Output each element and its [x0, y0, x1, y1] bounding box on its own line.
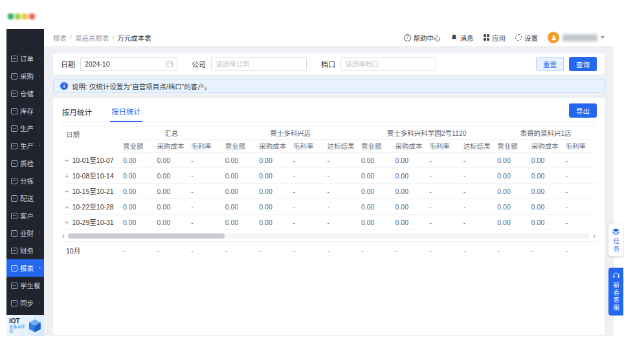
expand-icon[interactable]: +	[65, 203, 69, 211]
table-cell: 0.00	[529, 199, 563, 215]
settings-button[interactable]: 设置	[515, 33, 538, 43]
help-label: 帮助中心	[414, 33, 441, 43]
expand-icon[interactable]: +	[65, 172, 69, 180]
table-row-date[interactable]: +10-15至10-21	[61, 184, 120, 199]
table-cell: -	[563, 168, 597, 184]
table-cell: 0.00	[223, 199, 257, 215]
stall-select[interactable]	[345, 60, 432, 68]
table-cell: 0.00	[155, 184, 189, 199]
company-select[interactable]	[216, 60, 302, 68]
table-cell: 0.00	[495, 215, 529, 230]
table-cell: -	[188, 153, 223, 168]
summary-cell: -	[324, 242, 359, 259]
biz-finance-icon	[11, 230, 17, 237]
scroll-left-icon[interactable]: ‹	[61, 232, 66, 240]
chevron-right-icon: ›	[39, 143, 41, 149]
table-cell: -	[427, 153, 461, 168]
sidebar-item-sorting[interactable]: 分拣›	[6, 172, 44, 189]
scrollbar-track[interactable]	[68, 233, 590, 239]
scrollbar-thumb[interactable]	[68, 233, 225, 239]
chevron-right-icon: ›	[39, 125, 41, 131]
column-header: 毛利率	[427, 140, 461, 153]
apps-button[interactable]: 应用	[484, 33, 506, 43]
sidebar-item-production-2[interactable]: 生产›	[6, 137, 44, 155]
table-row-date[interactable]: +10-08至10-14	[61, 168, 120, 184]
export-button[interactable]: 导出	[569, 103, 597, 118]
sidebar-item-student-meal[interactable]: 学生餐›	[6, 277, 44, 294]
column-header: 毛利率	[291, 140, 325, 153]
inventory-icon	[11, 108, 17, 114]
settings-label: 设置	[524, 33, 538, 43]
iot-panel[interactable]: IOT 设备与环境	[6, 315, 44, 336]
expand-icon[interactable]: +	[65, 187, 69, 195]
messages-button[interactable]: 消息	[451, 33, 474, 43]
breadcrumb: 报表/菜品总报表/万元成本表	[53, 33, 151, 43]
expand-icon[interactable]: +	[65, 156, 69, 164]
sidebar: 订单›采购›仓储›库存›生产›生产›质检›分拣›配送›客户›业财›财务›报表›学…	[6, 29, 44, 336]
sidebar-item-quality[interactable]: 质检›	[6, 155, 44, 172]
query-button[interactable]: 查询	[569, 57, 597, 71]
chevron-right-icon: ›	[39, 56, 41, 61]
sidebar-item-orders[interactable]: 订单›	[6, 50, 44, 67]
breadcrumb-item[interactable]: 菜品总报表	[75, 33, 109, 43]
sidebar-item-biz-finance[interactable]: 业财›	[6, 224, 44, 242]
sidebar-item-delivery[interactable]: 配送›	[6, 189, 44, 207]
reset-button[interactable]: 重置	[536, 57, 564, 71]
app-logo-blurred	[8, 9, 45, 23]
summary-cell: -	[563, 242, 597, 259]
help-center-button[interactable]: ? 帮助中心	[404, 33, 441, 43]
sorting-icon	[11, 178, 17, 184]
scroll-right-icon[interactable]: ›	[592, 232, 597, 240]
student-meal-icon	[11, 283, 17, 289]
bell-icon	[451, 34, 458, 41]
sidebar-item-label: 订单	[20, 54, 34, 63]
sidebar-item-label: 质检	[20, 158, 34, 168]
table-cell: -	[324, 215, 359, 230]
table-cell: -	[461, 184, 495, 199]
sidebar-item-finance[interactable]: 财务›	[6, 242, 44, 259]
tabs-bar: 按月统计 按日统计	[61, 105, 597, 122]
table-row-date[interactable]: +10-01至10-07	[61, 153, 120, 168]
tab-daily[interactable]: 按日统计	[110, 106, 142, 122]
summary-cell: -	[188, 242, 223, 259]
headset-icon	[612, 272, 620, 279]
table-cell: 0.00	[120, 199, 155, 215]
table-cell: 0.00	[359, 168, 393, 184]
table-cell: 0.00	[393, 215, 427, 230]
table-cell: 0.00	[256, 184, 291, 199]
table-row-date[interactable]: +10-22至10-28	[61, 199, 120, 215]
sidebar-item-purchase[interactable]: 采购›	[6, 67, 44, 85]
table-row-date[interactable]: +10-29至10-31	[61, 215, 120, 230]
summary-cell: -	[529, 242, 563, 259]
sidebar-item-reports[interactable]: 报表›	[6, 259, 44, 277]
table-cell: -	[427, 199, 461, 215]
date-input[interactable]	[85, 60, 164, 68]
date-filter-wrapper	[80, 57, 177, 71]
help-icon: ?	[404, 34, 411, 41]
sidebar-item-production-1[interactable]: 生产›	[6, 120, 44, 137]
group-header: 贾士多科兴店	[223, 127, 359, 140]
date-filter-label: 日期	[61, 59, 75, 69]
sidebar-item-warehouse[interactable]: 仓储›	[6, 85, 44, 102]
report-table: 日期汇总贾士多科兴店贾士多科兴科学园2号1120表哥的菜科兴1店营业额采购成本毛…	[61, 126, 597, 230]
user-menu[interactable]	[548, 32, 605, 43]
table-cell: 0.00	[256, 199, 291, 215]
expand-icon[interactable]: +	[65, 219, 69, 226]
sidebar-item-sync[interactable]: 同步›	[6, 294, 44, 312]
production-1-icon	[11, 125, 17, 132]
tab-monthly[interactable]: 按月统计	[61, 107, 93, 122]
table-cell: -	[188, 168, 223, 184]
breadcrumb-item[interactable]: 报表	[53, 33, 67, 43]
sidebar-item-customers[interactable]: 客户›	[6, 207, 44, 224]
customer-service-widget[interactable]: 新春客服	[608, 268, 623, 316]
logo-tile	[29, 14, 35, 19]
sidebar-item-inventory[interactable]: 库存›	[6, 102, 44, 120]
horizontal-scrollbar: ‹ ›	[61, 232, 597, 240]
task-widget[interactable]: 任务	[608, 224, 623, 256]
sidebar-item-label: 客户	[20, 211, 34, 220]
filter-bar: 日期 公司 档口 重置 查询	[53, 54, 605, 74]
table-cell: -	[427, 168, 461, 184]
summary-cell: -	[291, 242, 325, 259]
chevron-right-icon: ›	[39, 73, 41, 79]
app-canvas: 报表/菜品总报表/万元成本表 ? 帮助中心 消息 应用 设置	[0, 0, 624, 364]
